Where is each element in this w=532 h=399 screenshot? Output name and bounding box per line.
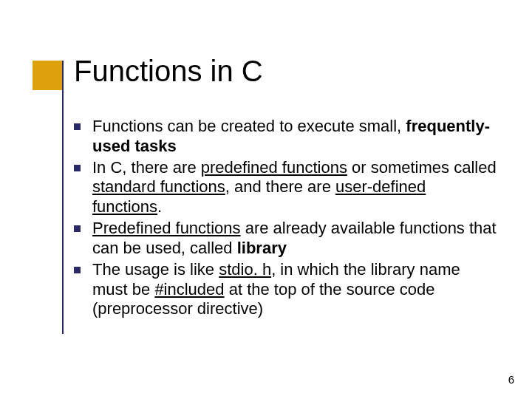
list-item-text: Functions can be created to execute smal… [92,117,498,157]
list-item: Predefined functions are already availab… [74,219,498,259]
bullet-icon [74,267,81,273]
list-item: Functions can be created to execute smal… [74,117,498,157]
accent-square [33,61,62,90]
bullet-icon [74,225,81,232]
slide-title: Functions in C [74,55,263,88]
list-item: The usage is like stdio. h, in which the… [74,260,498,319]
bullet-list: Functions can be created to execute smal… [74,117,498,321]
page-number: 6 [508,373,514,386]
bullet-icon [74,165,81,171]
list-item-text: The usage is like stdio. h, in which the… [92,260,498,319]
list-item-text: In C, there are predefined functions or … [92,158,498,217]
accent-vertical-line [62,61,64,334]
bullet-icon [74,123,81,130]
list-item: In C, there are predefined functions or … [74,158,498,217]
list-item-text: Predefined functions are already availab… [92,219,498,259]
